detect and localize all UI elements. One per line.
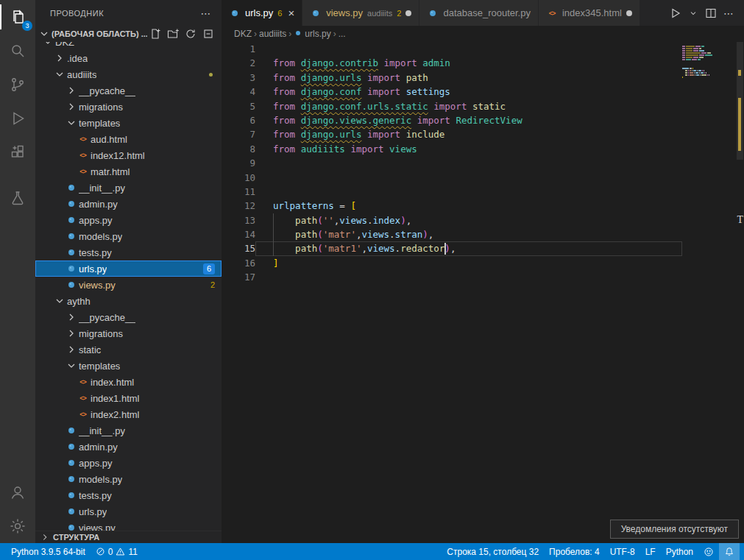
code-line-10[interactable]: 10 [222,171,744,185]
more-actions-icon[interactable]: ⋯ [201,7,212,19]
tree-item-migrations[interactable]: migrations [35,325,222,341]
tree-item-__pycache__[interactable]: __pycache__ [35,309,222,325]
search-icon[interactable] [0,34,35,68]
code-line-13[interactable]: 13 path('',views.index), [222,213,744,227]
more-actions-icon[interactable]: ⋯ [720,4,737,22]
code-line-content [255,270,682,284]
line-number: 13 [222,213,255,227]
collapse-all-icon[interactable] [202,28,214,40]
scrollbar-thumb[interactable] [737,42,743,160]
workspace-section-header[interactable]: (РАБОЧАЯ ОБЛАСТЬ) ... [35,26,222,42]
code-line-7[interactable]: 7from django.urls import include [222,127,744,141]
notifications-bell-icon[interactable] [719,543,740,560]
breadcrumb-item[interactable]: ... [339,29,346,39]
code-line-content: path('',views.index), [255,213,682,227]
code-line-15[interactable]: 15 path('matr1',views.redactor), [222,241,744,255]
tree-item-index12.html[interactable]: <>index12.html [35,147,222,163]
tree-item-aythh[interactable]: aythh [35,293,222,309]
code-line-12[interactable]: 12urlpatterns = [ [222,199,744,213]
refresh-icon[interactable] [185,28,196,40]
tree-item-__init__.py[interactable]: __init__.py [35,180,222,196]
tree-item-static[interactable]: static [35,341,222,358]
tree-item-templates[interactable]: templates [35,358,222,374]
tree-item-__pycache__[interactable]: __pycache__ [35,82,222,99]
indentation-status[interactable]: Пробелов: 4 [544,543,605,560]
settings-gear-icon[interactable] [0,509,35,543]
run-python-file-icon[interactable] [667,4,684,22]
code-line-6[interactable]: 6from django.views.generic import Redire… [222,113,744,127]
account-icon[interactable] [0,475,35,509]
code-line-5[interactable]: 5from django.conf.urls.static import sta… [222,99,744,113]
tree-item-index.html[interactable]: <>index.html [35,374,222,390]
encoding-status[interactable]: UTF-8 [605,543,640,560]
breadcrumb-item[interactable]: audiiits [259,29,286,39]
code-line-8[interactable]: 8from audiiits import views [222,142,744,156]
tree-item-models.py[interactable]: models.py [35,471,222,487]
tab-problems-badge: 2 [397,9,401,18]
tree-item-views.py[interactable]: views.py [35,520,222,531]
python-interpreter-status[interactable]: Python 3.9.5 64-bit [6,543,91,560]
tree-item-.idea[interactable]: .idea [35,50,222,66]
line-number: 14 [222,227,255,241]
tree-item-__init__.py[interactable]: __init__.py [35,422,222,439]
line-number: 2 [222,56,255,70]
explorer-icon[interactable]: 3 [0,0,35,34]
minimap[interactable] [682,43,732,81]
code-line-11[interactable]: 11 [222,185,744,199]
tree-item-aud.html[interactable]: <>aud.html [35,131,222,147]
tab-label: views.py [326,7,363,18]
tree-item-matr.html[interactable]: <>matr.html [35,163,222,180]
code-line-4[interactable]: 4from django.conf import settings [222,85,744,99]
tree-item-index1.html[interactable]: <>index1.html [35,390,222,406]
tree-item-index2.html[interactable]: <>index2.html [35,406,222,422]
outline-section-header[interactable]: СТРУКТУРА [35,531,222,543]
tab-views.py[interactable]: views.pyaudiiits2 [302,0,419,26]
code-line-9[interactable]: 9 [222,156,744,170]
close-icon[interactable]: × [288,7,294,19]
tree-item-admin.py[interactable]: admin.py [35,439,222,455]
tree-item-templates[interactable]: templates [35,115,222,131]
extensions-icon[interactable] [0,135,35,169]
tree-item-tests.py[interactable]: tests.py [35,244,222,260]
problems-status[interactable]: 0 11 [91,543,143,560]
tree-item-DKZ[interactable]: DKZ [35,42,222,50]
tab-urls.py[interactable]: urls.py6× [222,0,302,26]
new-folder-icon[interactable] [167,28,179,40]
language-mode-status[interactable]: Python [661,543,698,560]
tree-item-models.py[interactable]: models.py [35,228,222,244]
tab-index345.html[interactable]: <>index345.html [539,0,640,26]
tree-item-apps.py[interactable]: apps.py [35,212,222,228]
testing-icon[interactable] [0,181,35,215]
code-editor[interactable]: 12from django.contrib import admin3from … [222,42,744,543]
tree-item-migrations[interactable]: migrations [35,99,222,115]
breadcrumb-item[interactable]: urls.py [305,29,330,39]
tree-item-audiiits[interactable]: audiiits [35,66,222,82]
code-line-2[interactable]: 2from django.contrib import admin [222,56,744,70]
feedback-icon[interactable] [698,543,719,560]
code-line-3[interactable]: 3from django.urls import path [222,71,744,85]
source-control-icon[interactable] [0,68,35,102]
code-line-14[interactable]: 14 path('matr',views.stran), [222,227,744,241]
tab-database_roouter.py[interactable]: database_roouter.py [419,0,539,26]
run-debug-icon[interactable] [0,102,35,135]
python-file-icon [65,457,77,469]
tree-item-views.py[interactable]: views.py2 [35,277,222,293]
new-file-icon[interactable] [149,28,161,40]
overview-ruler[interactable]: T [734,42,744,543]
tree-item-admin.py[interactable]: admin.py [35,196,222,212]
split-editor-icon[interactable] [703,4,719,22]
eol-status[interactable]: LF [640,543,661,560]
chevron-right-icon: › [288,29,291,39]
code-line-17[interactable]: 17 [222,270,744,284]
breadcrumb-item[interactable]: DKZ [234,29,252,39]
line-number: 15 [222,241,255,255]
tree-item-tests.py[interactable]: tests.py [35,487,222,503]
code-line-1[interactable]: 1 [222,42,744,56]
chevron-down-icon [53,68,65,80]
tree-item-urls.py[interactable]: urls.py [35,503,222,520]
tree-item-urls.py[interactable]: urls.py6 [35,260,222,277]
cursor-position-status[interactable]: Строка 15, столбец 32 [442,543,544,560]
code-line-16[interactable]: 16] [222,256,744,270]
run-dropdown-chevron-icon[interactable] [685,4,701,22]
tree-item-apps.py[interactable]: apps.py [35,455,222,471]
